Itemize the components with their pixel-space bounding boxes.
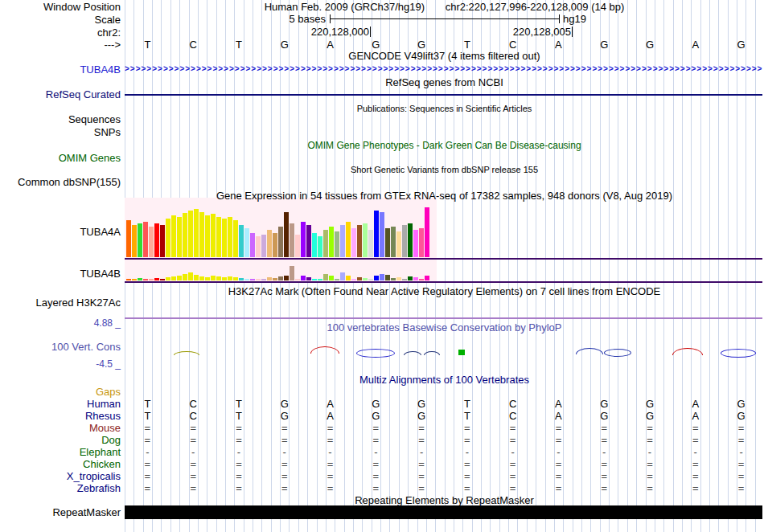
alignment-cell: G — [399, 398, 445, 410]
multiz-species-label[interactable]: Rhesus — [0, 410, 121, 422]
alignment-cell: = — [536, 422, 581, 434]
h3k27ac-label[interactable]: Layered H3K27Ac — [0, 297, 121, 309]
gtex-title[interactable]: Gene Expression in 54 tissues from GTEx … — [125, 190, 764, 202]
multiz-species-label[interactable]: X_tropicalis — [0, 470, 121, 482]
alignment-cell: = — [444, 434, 490, 446]
gtex-bar — [244, 228, 249, 257]
h3k27ac-title[interactable]: H3K27Ac Mark (Often Found Near Active Re… — [125, 285, 764, 297]
alignment-cell: = — [672, 482, 718, 494]
alignment-cell: = — [353, 458, 399, 470]
gtex-bar — [295, 235, 300, 257]
multiz-title[interactable]: Multiz Alignments of 100 Vertebrates — [125, 374, 764, 386]
gencode-arrow-line[interactable]: >>>>>>>>>>>>>>>>>>>>>>>>>>>>>>>>>>>>>>>>… — [125, 64, 762, 74]
gtex-bar — [284, 212, 289, 257]
alignment-cell: = — [261, 470, 307, 482]
alignment-cell: G — [627, 398, 673, 410]
gtex-bar — [222, 219, 227, 257]
conservation-mark — [356, 349, 395, 358]
gtex-bar — [425, 276, 429, 280]
alignment-cell: T — [125, 410, 170, 422]
gencode-title[interactable]: GENCODE V49lift37 (4 items filtered out) — [125, 50, 764, 62]
sequences-track-label[interactable]: Sequences — [0, 113, 121, 125]
gtex-bar — [211, 276, 216, 280]
gtex-bar — [143, 222, 148, 257]
gtex-bar — [222, 277, 227, 280]
multiz-cells: ============== — [125, 458, 764, 470]
alignment-cell: T — [125, 398, 170, 410]
phylop-label[interactable]: 100 Vert. Cons — [0, 341, 121, 353]
multiz-species-label[interactable]: Mouse — [0, 422, 121, 434]
phylop-title[interactable]: 100 vertebrates Basewise Conservation by… — [125, 321, 764, 334]
omim-title[interactable]: OMIM Gene Phenotypes - Dark Green Can Be… — [125, 140, 764, 152]
refseq-title[interactable]: RefSeq genes from NCBI — [125, 76, 764, 88]
alignment-cell: - — [672, 446, 718, 458]
repeatmasker-title[interactable]: Repeating Elements by RepeatMasker — [125, 494, 764, 506]
alignment-cell: A — [307, 398, 353, 410]
conservation-mark — [604, 349, 631, 357]
gtex-tuba4a-label[interactable]: TUBA4A — [0, 226, 121, 238]
gtex-bar — [329, 227, 334, 257]
gtex-bar — [351, 228, 356, 257]
gtex-bar — [340, 272, 345, 280]
multiz-row: RhesusTCTGAGGTCAGGAG — [0, 410, 764, 422]
gtex-bar — [273, 233, 277, 257]
repeatmasker-bar[interactable] — [125, 505, 762, 519]
omim-genes-label[interactable]: OMIM Genes — [0, 152, 121, 164]
h3k27ac-signal-line[interactable] — [125, 317, 762, 319]
multiz-cells: -------------- — [125, 446, 764, 458]
multiz-species-label[interactable]: Zebrafish — [0, 482, 121, 494]
dbsnp-track-label[interactable]: Common dbSNP(155) — [0, 176, 121, 188]
alignment-cell: - — [307, 446, 353, 458]
alignment-cell: - — [216, 446, 262, 458]
repeatmasker-label[interactable]: RepeatMasker — [0, 506, 121, 518]
gtex-bar — [199, 212, 204, 257]
alignment-cell: = — [307, 434, 353, 446]
gtex-bar — [408, 223, 413, 257]
alignment-cell: T — [216, 410, 262, 422]
gtex-bar — [149, 227, 154, 257]
gtex-bar — [233, 277, 238, 280]
gtex-bar — [385, 275, 390, 280]
alignment-cell: A — [307, 410, 353, 422]
alignment-cell: G — [399, 410, 445, 422]
alignment-cell: = — [170, 422, 216, 434]
alignment-cell: - — [627, 446, 673, 458]
window-position-label: Window Position — [0, 1, 121, 13]
gtex-bar — [194, 275, 199, 280]
alignment-cell: = — [718, 434, 764, 446]
multiz-species-label[interactable]: Chicken — [0, 458, 121, 470]
phylop-min-value: -4.5 _ — [0, 358, 121, 370]
multiz-species-label[interactable]: Human — [0, 398, 121, 410]
alignment-cell: = — [672, 470, 718, 482]
gencode-item-label[interactable]: TUBA4B — [0, 63, 121, 76]
dbsnp-title[interactable]: Short Genetic Variants from dbSNP releas… — [125, 164, 764, 176]
gtex-bar — [396, 277, 401, 280]
refseq-gene-line[interactable] — [125, 94, 762, 96]
gtex-bar — [295, 279, 300, 280]
gtex-bar — [396, 231, 401, 257]
gtex-tuba4b-bars[interactable] — [126, 262, 432, 280]
alignment-cell: G — [718, 398, 764, 410]
multiz-species-label[interactable]: Dog — [0, 434, 121, 446]
multiz-row: Chicken============== — [0, 458, 764, 470]
multiz-species-label[interactable]: Gaps — [0, 386, 121, 398]
alignment-cell: = — [627, 458, 673, 470]
alignment-cell: = — [444, 482, 490, 494]
multiz-row: Mouse============== — [0, 422, 764, 434]
gtex-bar — [357, 277, 362, 280]
refseq-curated-label[interactable]: RefSeq Curated — [0, 88, 121, 100]
publications-title[interactable]: Publications: Sequences in Scientific Ar… — [125, 103, 764, 115]
conservation-mark — [424, 351, 440, 355]
alignment-cell: A — [536, 410, 581, 422]
gtex-tuba4b-label[interactable]: TUBA4B — [0, 268, 121, 280]
gtex-tuba4a-bars[interactable] — [126, 201, 432, 257]
snps-track-label[interactable]: SNPs — [0, 126, 121, 138]
multiz-species-label[interactable]: Elephant — [0, 446, 121, 458]
gtex-bar — [267, 230, 272, 257]
coord-right-label: 220,128,005 — [451, 27, 571, 38]
alignment-cell: = — [125, 458, 170, 470]
gtex-bar — [290, 223, 294, 257]
alignment-cell: = — [261, 482, 307, 494]
alignment-cell: = — [307, 482, 353, 494]
multiz-row: X_tropicalis============== — [0, 470, 764, 482]
